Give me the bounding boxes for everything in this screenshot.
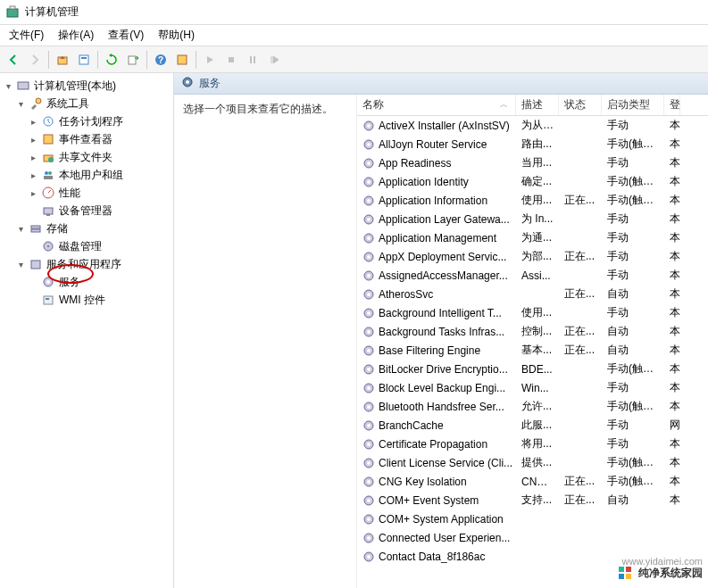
view-button[interactable] xyxy=(172,50,192,70)
service-row[interactable]: Base Filtering Engine基本...正在...自动本 xyxy=(357,341,708,360)
service-name-cell: AssignedAccessManager... xyxy=(357,269,516,282)
service-login: 本 xyxy=(664,137,680,152)
expand-icon[interactable]: ▸ xyxy=(27,169,39,181)
collapse-icon[interactable]: ▾ xyxy=(2,79,14,92)
column-desc[interactable]: 描述 xyxy=(516,95,559,115)
service-row[interactable]: BranchCache此服...手动网 xyxy=(357,416,708,435)
service-row[interactable]: ActiveX Installer (AxInstSV)为从 ...手动本 xyxy=(357,116,708,135)
service-desc: 路由... xyxy=(516,137,559,152)
service-desc: 控制... xyxy=(516,324,559,339)
tree-services[interactable]: ▸ 服务 xyxy=(0,273,173,291)
service-row[interactable]: AtherosSvc正在...自动本 xyxy=(357,285,708,303)
service-name: AssignedAccessManager... xyxy=(379,269,508,282)
service-row[interactable]: AssignedAccessManager...Assi...手动本 xyxy=(357,266,708,285)
service-row[interactable]: App Readiness当用...手动本 xyxy=(357,153,708,172)
service-name-cell: App Readiness xyxy=(357,157,516,170)
tree-system-tools[interactable]: ▾ 系统工具 xyxy=(0,95,173,112)
service-row[interactable]: AppX Deployment Servic...为部...正在...手动本 xyxy=(357,247,708,266)
service-login: 本 xyxy=(664,380,680,395)
tree-performance[interactable]: ▸ 性能 xyxy=(0,184,173,202)
svg-rect-22 xyxy=(44,208,53,214)
column-name[interactable]: 名称︿ xyxy=(357,95,516,115)
service-row[interactable]: Background Intelligent T...使用...手动本 xyxy=(357,303,708,322)
tree-label: 事件查看器 xyxy=(59,132,112,147)
collapse-icon[interactable]: ▾ xyxy=(14,258,27,270)
tree-event-viewer[interactable]: ▸ 事件查看器 xyxy=(0,130,173,148)
service-start: 手动 xyxy=(602,305,664,320)
forward-button[interactable] xyxy=(25,50,45,70)
restart-button[interactable] xyxy=(264,50,284,70)
service-status: 正在... xyxy=(559,286,602,302)
collapse-icon[interactable]: ▾ xyxy=(14,97,27,110)
service-login: 本 xyxy=(664,211,680,227)
column-start[interactable]: 启动类型 xyxy=(602,95,664,115)
play-button[interactable] xyxy=(200,50,220,70)
service-row[interactable]: BitLocker Drive Encryptio...BDE...手动(触发.… xyxy=(357,360,708,378)
tree-device-manager[interactable]: ▸ 设备管理器 xyxy=(0,202,173,219)
service-row[interactable]: Application Information使用...正在...手动(触发..… xyxy=(357,191,708,210)
service-row[interactable]: Application Management为通...手动本 xyxy=(357,228,708,247)
svg-rect-10 xyxy=(250,56,252,63)
tree-label: 存储 xyxy=(46,221,68,236)
service-row[interactable]: Background Tasks Infras...控制...正在...自动本 xyxy=(357,322,708,341)
column-login[interactable]: 登 xyxy=(664,95,680,115)
expand-icon[interactable]: ▸ xyxy=(27,151,39,163)
service-row[interactable]: CNG Key IsolationCNG...正在...手动(触发...本 xyxy=(357,472,708,491)
toolbar-separator xyxy=(146,51,147,69)
properties-button[interactable] xyxy=(74,50,94,70)
gear-icon xyxy=(362,401,375,413)
menu-help[interactable]: 帮助(H) xyxy=(151,25,202,46)
service-desc: 此服... xyxy=(516,418,559,433)
service-row[interactable]: Application Identity确定...手动(触发...本 xyxy=(357,172,708,191)
service-row[interactable]: Certificate Propagation将用...手动本 xyxy=(357,435,708,453)
tree-local-users[interactable]: ▸ 本地用户和组 xyxy=(0,166,173,184)
nav-tree[interactable]: ▾ 计算机管理(本地) ▾ 系统工具 ▸ 任务计划程序 ▸ 事件查看器 ▸ 共享… xyxy=(0,73,174,588)
expand-icon[interactable]: ▸ xyxy=(27,115,39,128)
service-start: 手动 xyxy=(602,211,664,227)
expand-icon[interactable]: ▸ xyxy=(27,186,39,199)
svg-rect-5 xyxy=(129,56,136,64)
service-login: 本 xyxy=(664,399,680,414)
service-status: 正在... xyxy=(559,324,602,339)
column-status[interactable]: 状态 xyxy=(559,95,602,115)
service-desc: Assi... xyxy=(516,269,559,282)
service-name-cell: Application Information xyxy=(357,195,516,207)
gear-icon xyxy=(362,419,375,432)
gear-icon xyxy=(362,494,375,507)
menu-action[interactable]: 操作(A) xyxy=(51,25,101,46)
tree-root[interactable]: ▾ 计算机管理(本地) xyxy=(0,77,173,95)
service-row[interactable]: Bluetooth Handsfree Ser...允许...手动(触发...本 xyxy=(357,397,708,416)
stop-button[interactable] xyxy=(221,50,241,70)
export-button[interactable] xyxy=(123,50,143,70)
service-row[interactable]: COM+ System Application xyxy=(357,509,708,528)
tree-wmi[interactable]: ▸ WMI 控件 xyxy=(0,291,173,309)
tree-storage[interactable]: ▾ 存储 xyxy=(0,219,173,237)
service-login: 本 xyxy=(664,474,680,489)
service-row[interactable]: COM+ Event System支持...正在...自动本 xyxy=(357,491,708,509)
up-button[interactable] xyxy=(53,50,72,70)
service-row[interactable]: Block Level Backup Engi...Win...手动本 xyxy=(357,378,708,397)
tree-label: 性能 xyxy=(59,186,80,201)
menu-file[interactable]: 文件(F) xyxy=(2,25,51,46)
expand-icon[interactable]: ▸ xyxy=(27,133,39,145)
svg-rect-1 xyxy=(10,6,15,9)
refresh-button[interactable] xyxy=(102,50,121,70)
tree-services-apps[interactable]: ▾ 服务和应用程序 xyxy=(0,255,173,273)
service-row[interactable]: Client License Service (Cli...提供...手动(触发… xyxy=(357,453,708,472)
svg-text:?: ? xyxy=(158,55,163,65)
service-row[interactable]: AllJoyn Router Service路由...手动(触发...本 xyxy=(357,135,708,153)
back-button[interactable] xyxy=(4,50,23,70)
tree-shared-folders[interactable]: ▸ 共享文件夹 xyxy=(0,148,173,166)
menu-view[interactable]: 查看(V) xyxy=(101,25,151,46)
service-name-cell: COM+ System Application xyxy=(357,513,516,526)
pause-button[interactable] xyxy=(243,50,262,70)
help-button[interactable]: ? xyxy=(151,50,171,70)
service-row[interactable]: Connected User Experien... xyxy=(357,528,708,547)
list-body[interactable]: ActiveX Installer (AxInstSV)为从 ...手动本All… xyxy=(357,116,708,588)
service-name-cell: Certificate Propagation xyxy=(357,438,516,451)
tree-disk-management[interactable]: ▸ 磁盘管理 xyxy=(0,237,173,255)
collapse-icon[interactable]: ▾ xyxy=(14,222,27,235)
tree-task-scheduler[interactable]: ▸ 任务计划程序 xyxy=(0,112,173,130)
svg-point-72 xyxy=(367,461,371,465)
service-row[interactable]: Application Layer Gatewa...为 In...手动本 xyxy=(357,210,708,228)
